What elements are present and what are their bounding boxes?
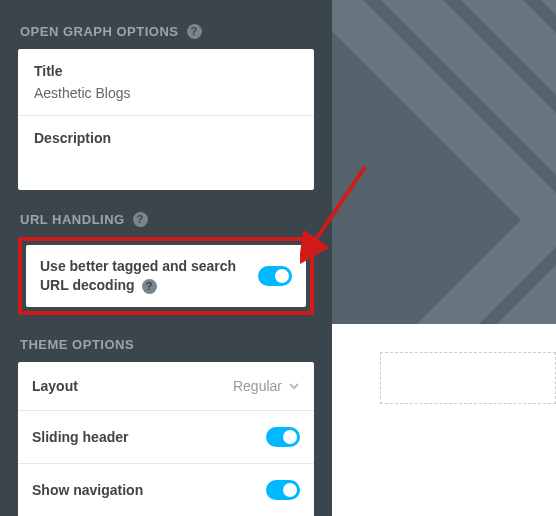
theme-options-panel: Layout Regular Sliding header Show navig… [18,362,314,516]
title-label: Title [34,63,298,79]
description-label: Description [34,130,298,146]
help-icon[interactable]: ? [142,279,157,294]
section-header-theme-options: THEME OPTIONS [20,337,314,352]
title-field[interactable]: Title Aesthetic Blogs [18,49,314,116]
sliding-header-label: Sliding header [32,429,128,445]
title-value: Aesthetic Blogs [34,85,298,101]
help-icon[interactable]: ? [133,212,148,227]
section-header-open-graph: OPEN GRAPH OPTIONS ? [20,24,314,39]
section-header-url-handling: URL HANDLING ? [20,212,314,227]
url-decoding-row[interactable]: Use better tagged and search URL decodin… [26,245,306,307]
show-navigation-row[interactable]: Show navigation [18,464,314,516]
help-icon[interactable]: ? [187,24,202,39]
open-graph-panel: Title Aesthetic Blogs Description [18,49,314,190]
sliding-header-row[interactable]: Sliding header [18,411,314,464]
url-decoding-toggle[interactable] [258,266,292,286]
url-decoding-label: Use better tagged and search URL decodin… [40,257,248,295]
show-navigation-label: Show navigation [32,482,143,498]
layout-row[interactable]: Layout Regular [18,362,314,411]
preview-placeholder [380,352,556,404]
app-container: OPEN GRAPH OPTIONS ? Title Aesthetic Blo… [0,0,556,516]
preview-header-pattern [332,0,556,324]
layout-value: Regular [233,378,282,394]
description-field[interactable]: Description [18,116,314,190]
chevron-down-icon [288,380,300,392]
section-title: OPEN GRAPH OPTIONS [20,24,179,39]
layout-select[interactable]: Regular [233,378,300,394]
section-title: URL HANDLING [20,212,125,227]
section-title: THEME OPTIONS [20,337,134,352]
highlight-box: Use better tagged and search URL decodin… [18,237,314,315]
preview-area [332,0,556,516]
show-navigation-toggle[interactable] [266,480,300,500]
settings-sidebar: OPEN GRAPH OPTIONS ? Title Aesthetic Blo… [0,0,332,516]
layout-label: Layout [32,378,78,394]
sliding-header-toggle[interactable] [266,427,300,447]
url-decoding-label-wrap: Use better tagged and search URL decodin… [40,257,248,295]
